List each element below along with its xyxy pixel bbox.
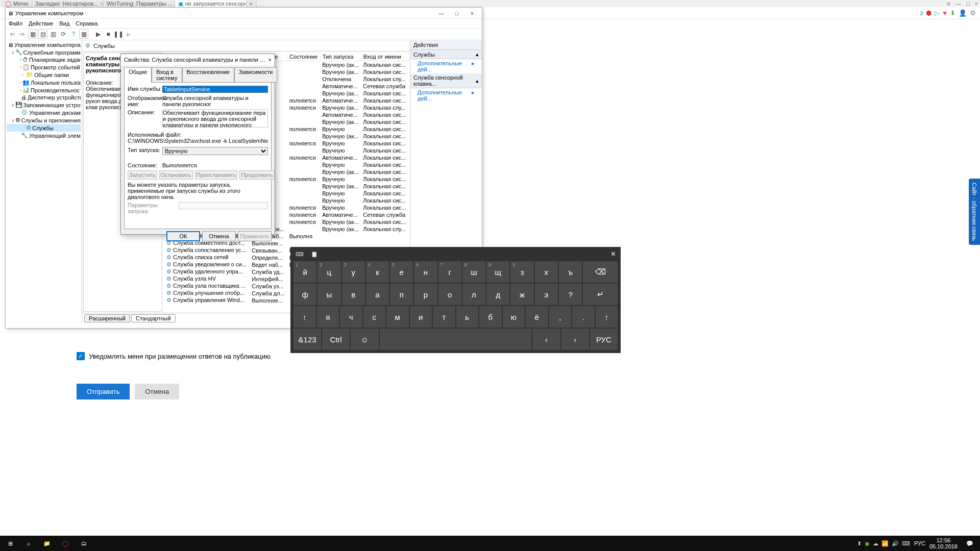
keyboard-key[interactable]: ☺ [351,329,378,350]
description-field[interactable]: Обеспечивает функционирование пера и рук… [162,109,268,128]
tab-logon[interactable]: Вход в систему [152,67,182,83]
keyboard-key[interactable] [380,329,532,350]
explorer-icon[interactable]: 📁 [39,536,55,550]
resume-button[interactable]: Продолжить [239,170,275,180]
keyboard-key[interactable]: и [410,306,432,328]
vpn-icon[interactable]: ▷ [935,9,940,17]
keyboard-key[interactable]: э [535,284,558,305]
keyboard-key[interactable]: т [433,306,455,328]
back-icon[interactable]: ⇦ [8,30,17,39]
pause-button[interactable]: Приостановить [195,170,238,180]
tab-extended[interactable]: Расширенный [84,314,130,322]
pause-icon[interactable]: ❚❚ [114,30,123,39]
restart-icon[interactable]: ▹ [124,30,133,39]
list-icon[interactable]: ▦ [79,30,88,39]
adblock-icon[interactable]: ⬢ [926,9,932,17]
keyboard-key[interactable]: й1 [293,261,316,283]
keyboard-key[interactable]: ↵ [583,284,618,305]
service-name-field[interactable] [162,86,268,93]
stop-button[interactable]: Остановить [159,170,193,180]
close-icon[interactable]: × [975,1,978,7]
tray-icon[interactable]: ☁ [873,540,878,547]
heart-icon[interactable]: ♥ [943,9,947,17]
start-button[interactable]: Запустить [128,170,157,180]
collapse-icon[interactable]: ▴ [476,51,479,58]
search-button[interactable]: ⌕ [20,536,37,550]
tab-recovery[interactable]: Восстановление [182,67,234,83]
keyboard-key[interactable]: щ9 [486,261,509,283]
keyboard-key[interactable]: ё [526,306,548,328]
column-header[interactable]: Вход от имени [361,53,408,61]
submit-button[interactable]: Отправить [77,384,130,399]
keyboard-key[interactable]: ж [510,284,533,305]
properties-icon[interactable]: ▤ [38,30,47,39]
keyboard-layout-icon[interactable]: ⌨ [296,251,304,258]
keyboard-key[interactable]: н6 [414,261,437,283]
keyboard-key[interactable]: ш8 [462,261,485,283]
export-icon[interactable]: ▥ [48,30,58,39]
stop-icon[interactable]: ■ [104,30,113,39]
keyboard-key[interactable]: г7 [438,261,461,283]
menu-action[interactable]: Действие [29,20,53,27]
tab-standard[interactable]: Стандартный [131,314,176,322]
ok-button[interactable]: ОК [166,231,200,241]
clock[interactable]: 12:56 05.10.2018 [929,537,958,549]
menu-help[interactable]: Справка [76,20,97,27]
tab-deps[interactable]: Зависимости [234,67,278,83]
keyboard-key[interactable]: ю [503,306,525,328]
keyboard-key[interactable]: у3 [342,261,365,283]
notify-checkbox[interactable]: ✓ [77,352,85,360]
keyboard-key[interactable]: . [572,306,595,328]
column-header[interactable]: Состояние [287,53,321,61]
notifications-button[interactable]: 💬 [962,536,978,550]
tray-icon[interactable]: ⬆ [857,540,862,547]
keyboard-key[interactable]: ы [317,284,340,305]
keyboard-key[interactable]: ⌫ [583,261,618,283]
keyboard-key[interactable]: Ctrl [322,329,350,350]
keyboard-key[interactable]: м [386,306,409,328]
keyboard-key[interactable]: ь [456,306,479,328]
action-more[interactable]: Дополнительные дей...▸ [410,59,482,73]
tab-general[interactable]: Общие [124,67,152,83]
menu-view[interactable]: Вид [59,20,69,27]
start-button[interactable]: ⊞ [2,536,18,550]
clipboard-icon[interactable]: 📋 [311,251,318,258]
cancel-button[interactable]: Отмена [202,231,236,241]
close-button[interactable]: × [464,8,480,18]
keyboard-close-button[interactable]: × [611,249,616,259]
keyboard-key[interactable]: п [390,284,413,305]
opera-menu-button[interactable]: ◯Меню [2,1,32,7]
keyboard-key[interactable]: ‹ [532,329,560,350]
user-icon[interactable]: 👤 [959,9,967,17]
menu-icon[interactable]: ≡ [947,1,950,7]
close-icon[interactable]: × [101,1,104,7]
app-icon[interactable]: 🗂 [76,536,92,550]
minimize-icon[interactable]: — [955,1,961,7]
keyboard-key[interactable]: я [317,306,339,328]
close-button[interactable]: × [268,57,272,63]
download-icon[interactable]: ⬇ [950,9,955,17]
refresh-icon[interactable]: ⟳ [59,30,68,39]
settings-icon[interactable]: ⚙ [970,9,976,17]
browser-tab[interactable]: Закладки: Несортиров...× [32,1,104,7]
maximize-button[interactable]: □ [449,8,464,18]
keyboard-key[interactable]: ↑ [596,306,618,328]
feedback-tab[interactable]: Сайт - обратная связь [969,179,980,245]
keyboard-key[interactable]: ч [340,306,362,328]
keyboard-key[interactable]: л [462,284,485,305]
keyboard-key[interactable]: д [486,284,509,305]
forward-icon[interactable]: ⇨ [18,30,27,39]
startup-type-select[interactable]: Вручную [162,147,268,155]
keyboard-key[interactable]: ? [559,284,582,305]
keyboard-key[interactable]: ф [293,284,316,305]
help-icon[interactable]: ? [69,30,78,39]
keyboard-key[interactable]: а [366,284,389,305]
action-more[interactable]: Дополнительные дей...▸ [410,88,482,103]
keyboard-key[interactable]: › [561,329,589,350]
keyboard-key[interactable]: ъ [559,261,582,283]
keyboard-key[interactable]: &123 [293,329,321,350]
cancel-button[interactable]: Отмена [135,384,179,399]
play-icon[interactable]: ▶ [93,30,103,39]
language-indicator[interactable]: РУС [914,540,925,546]
tray-icon[interactable]: 📶 [881,540,889,547]
